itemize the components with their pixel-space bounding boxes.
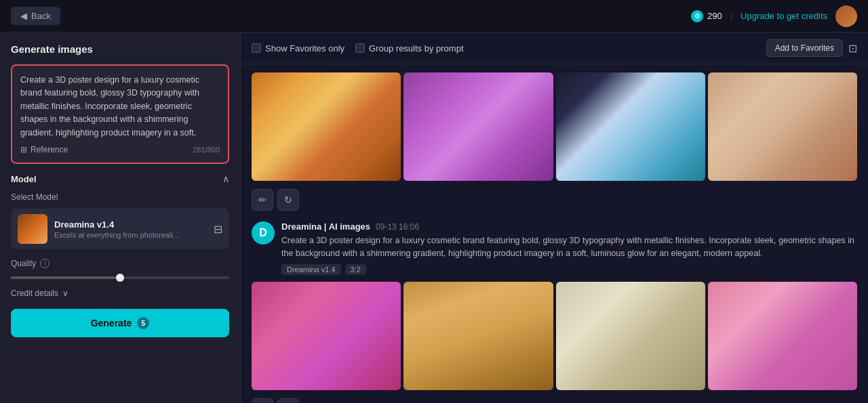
credit-details-label[interactable]: Credit details [11,289,58,298]
quality-row: Quality i [11,259,229,268]
prompt-box[interactable]: Create a 3D poster design for a luxury c… [11,64,229,164]
credits-count: 290 [707,11,722,21]
feed-meta: Dreamina | AI images 09-13 16:06 [281,221,857,232]
feed-tags: Dreamina v1.4 3:2 [281,264,857,275]
image-3 [556,72,705,181]
show-favorites-checkbox[interactable] [252,43,261,53]
image-cell-5[interactable] [252,282,401,390]
image-7 [556,282,705,390]
group-results-checkbox[interactable] [355,43,365,53]
model-description: Excels at everything from photoreali... [54,231,207,239]
group-results-row[interactable]: Group results by prompt [355,43,463,54]
topbar-right: ⊙ 290 | Upgrade to get credits [691,5,857,27]
model-card[interactable]: Dreamina v1.4 Excels at everything from … [11,209,229,249]
image-cell-2[interactable] [403,72,553,181]
credits-badge: ⊙ 290 [691,10,722,22]
image-1 [252,72,401,181]
model-thumbnail [18,214,47,244]
model-info: Dreamina v1.4 Excels at everything from … [54,219,207,239]
image-cell-7[interactable] [556,282,705,390]
save-icon[interactable]: ⊡ [848,42,857,55]
quality-slider-thumb[interactable] [116,274,124,282]
bottom-image-grid [252,282,857,390]
image-4 [708,72,857,181]
action-bar: ✏ ↻ [252,189,857,211]
model-section-header: Model ∧ [11,173,229,184]
image-cell-6[interactable] [403,282,553,390]
refresh-button[interactable]: ↻ [277,189,299,211]
image-cell-3[interactable] [556,72,705,181]
reference-button[interactable]: ⊞ Reference [20,145,68,154]
credit-details-row[interactable]: Credit details ∨ [11,289,229,298]
quality-slider-fill [11,276,120,279]
content-scroll[interactable]: ✏ ↻ D Dreamina | AI images 09-13 16:06 C… [241,64,868,403]
show-favorites-label: Show Favorites only [265,43,344,54]
image-cell-4[interactable] [708,72,857,181]
image-6 [403,282,553,390]
toolbar-left: Show Favorites only Group results by pro… [252,43,464,54]
prompt-text: Create a 3D poster design for a luxury c… [20,74,220,138]
image-cell-8[interactable] [708,282,857,390]
generate-label: Generate [91,318,132,328]
group-results-label: Group results by prompt [369,43,463,54]
image-cell-1[interactable] [252,72,401,181]
prompt-footer: ⊞ Reference 281/800 [20,145,220,154]
topbar: ◀ Back ⊙ 290 | Upgrade to get credits [0,0,868,33]
avatar [835,5,857,27]
back-label: Back [31,11,51,21]
edit-button[interactable]: ✏ [252,189,273,211]
top-image-grid [252,72,857,181]
refresh-icon: ↻ [284,194,292,205]
edit-icon: ✏ [258,194,267,205]
feed-ratio-tag[interactable]: 3:2 [345,264,366,275]
feed-header: D Dreamina | AI images 09-13 16:06 Creat… [252,221,857,275]
image-2 [403,72,553,181]
add-to-favorites-button[interactable]: Add to Favorites [766,39,843,57]
quality-slider-track[interactable] [11,276,229,279]
back-icon: ◀ [20,11,27,21]
credit-details-chevron-icon: ∨ [62,289,68,298]
main-layout: Generate images Create a 3D poster desig… [0,33,868,403]
next-page-button[interactable]: ▶ [277,398,299,404]
model-section-title: Model [11,174,37,184]
select-model-label: Select Model [11,192,229,202]
content-toolbar: Show Favorites only Group results by pro… [241,33,868,64]
model-chevron-icon[interactable]: ∧ [222,173,229,184]
image-8 [708,282,857,390]
sidebar: Generate images Create a 3D poster desig… [0,33,241,403]
show-favorites-row[interactable]: Show Favorites only [252,43,344,54]
feed-prompt-text: Create a 3D poster design for a luxury c… [281,234,857,260]
feed-section: D Dreamina | AI images 09-13 16:06 Creat… [252,221,857,403]
feed-avatar: D [252,221,275,245]
quality-label: Quality [11,259,36,268]
reference-icon: ⊞ [20,145,27,154]
reference-label: Reference [31,145,68,154]
model-settings-icon[interactable]: ⊟ [214,223,222,236]
image-5 [252,282,401,390]
quality-info-icon: i [40,259,50,268]
back-button[interactable]: ◀ Back [11,7,60,25]
feed-author: Dreamina | AI images [281,221,370,232]
prev-page-button[interactable]: ◀ [252,398,273,404]
char-count: 281/800 [193,146,220,154]
upgrade-button[interactable]: Upgrade to get credits [741,11,827,21]
generate-count-icon: 5 [137,317,149,329]
feed-info: Dreamina | AI images 09-13 16:06 Create … [281,221,857,275]
generate-count: 5 [142,320,146,327]
feed-model-tag[interactable]: Dreamina v1.4 [281,264,341,275]
credits-icon: ⊙ [691,10,703,22]
feed-timestamp: 09-13 16:06 [376,222,419,232]
model-name: Dreamina v1.4 [54,219,207,230]
sidebar-title: Generate images [11,43,229,55]
content-area: Show Favorites only Group results by pro… [241,33,868,403]
generate-button[interactable]: Generate 5 [11,309,229,337]
